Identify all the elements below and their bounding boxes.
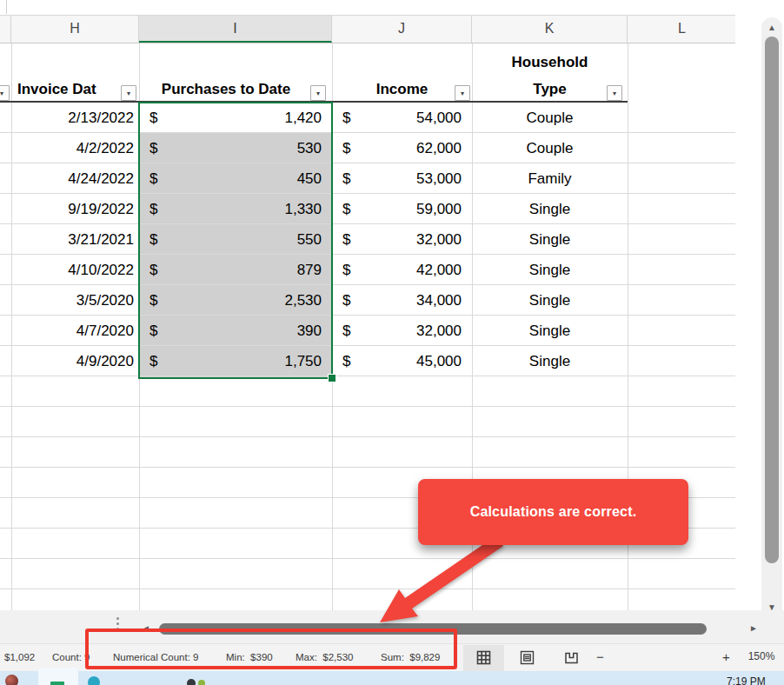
column-header-I-selected[interactable]: I [139,16,332,43]
filter-dropdown-icon-purchases[interactable]: ▾ [310,85,326,101]
cell-income[interactable]: $34,000 [332,285,472,316]
header-income[interactable]: Income [332,43,472,103]
header-invoice-date[interactable]: Invoice Dat [11,43,139,103]
table-row: 4/10/2022 $879 $42,000 Single [0,255,735,285]
cell-purchases[interactable]: $450 [139,163,332,194]
cell-invoice-date[interactable]: 4/24/2022 [11,163,139,194]
taskbar-clock[interactable]: 7:19 PM [727,675,766,685]
cell-household[interactable]: Single [472,316,628,346]
cell-income[interactable]: $59,000 [332,194,472,224]
cell-purchases[interactable]: $530 [139,133,332,163]
cell-household[interactable]: Couple [472,133,628,163]
filter-dropdown-icon-household[interactable]: ▾ [607,85,622,101]
cell-invoice-date[interactable]: 4/7/2020 [11,316,139,346]
cell-purchases[interactable]: $879 [139,255,332,285]
table-row: 3/21/2021 $550 $32,000 Single [0,224,735,255]
column-header-K[interactable]: K [472,16,628,43]
page-break-view-icon[interactable] [564,650,579,665]
header-household-type[interactable]: Household Type [472,43,628,103]
cell-invoice-date[interactable]: 4/9/2020 [11,346,139,376]
scroll-left-icon[interactable]: ◄ [142,624,150,633]
table-row: 4/9/2020 $1,750 $45,000 Single [0,346,735,376]
page-layout-view-icon[interactable] [520,650,535,665]
windows-taskbar [0,671,784,685]
cell-income[interactable]: $54,000 [332,103,472,133]
scroll-right-icon[interactable]: ► [749,624,758,633]
status-average-value: $1,092 [4,644,35,672]
cell-income[interactable]: $32,000 [332,224,472,255]
filter-dropdown-icon-income[interactable]: ▾ [455,85,470,101]
status-numerical-count: Numerical Count: 9 [113,644,198,672]
zoom-out-button[interactable]: − [596,644,604,672]
excel-spreadsheet-screen: H I J K L Invoice Dat Purchases to Date … [0,0,784,685]
taskbar-app-icon[interactable] [88,676,100,685]
cell-household[interactable]: Single [472,224,628,255]
cell-income[interactable]: $62,000 [332,133,472,163]
table-row: 9/19/2022 $1,330 $59,000 Single [0,194,735,224]
taskbar-app-icon[interactable] [187,679,196,685]
cell-household[interactable]: Family [472,163,628,194]
zoom-level-button[interactable]: 150% [742,643,781,671]
cell-purchases[interactable]: $550 [139,224,332,255]
cell-income[interactable]: $42,000 [332,255,472,285]
pane-divider [6,0,7,14]
cell-household[interactable]: Couple [472,103,628,133]
cell-household[interactable]: Single [472,194,628,224]
table-row: 3/5/2020 $2,530 $34,000 Single [0,285,735,316]
table-body: 2/13/2022 $1,420 $54,000 Couple 4/2/2022… [0,103,735,376]
taskbar-browser-icon[interactable] [5,675,18,685]
status-sum: Sum: $9,829 [381,644,440,672]
column-header-L[interactable]: L [628,16,736,43]
status-bar: $1,092 Count: 9 Numerical Count: 9 Min: … [0,643,784,671]
cell-invoice-date[interactable]: 2/13/2022 [11,103,139,133]
cell-household[interactable]: Single [472,255,628,285]
scroll-up-icon[interactable]: ▲ [767,23,776,32]
table-row: 2/13/2022 $1,420 $54,000 Couple [0,103,735,133]
cell-household[interactable]: Single [472,346,628,376]
splitter-handle-icon[interactable] [116,617,119,630]
filter-dropdown-icon-invoice-date[interactable]: ▾ [121,85,136,101]
cell-household[interactable]: Single [472,285,628,316]
cell-invoice-date[interactable]: 3/21/2021 [11,224,139,255]
callout-text: Calculations are correct. [470,504,637,520]
table-row: 4/24/2022 $450 $53,000 Family [0,163,735,194]
column-header-H[interactable]: H [11,16,139,43]
status-min: Min: $390 [226,644,273,672]
cell-purchases[interactable]: $1,330 [139,194,332,224]
cell-purchases[interactable]: $390 [139,316,332,346]
filter-dropdown-icon[interactable]: ▾ [0,85,10,101]
cell-purchases[interactable]: $1,750 [139,346,332,376]
annotation-callout: Calculations are correct. [418,479,688,545]
fill-handle[interactable] [328,374,336,382]
cell-invoice-date[interactable]: 4/10/2022 [11,255,139,285]
status-max: Max: $2,530 [296,644,353,672]
cell-purchases-active[interactable]: $1,420 [139,103,332,133]
taskbar-app-icon[interactable] [198,680,205,685]
formula-bar-edge [0,0,784,15]
table-row: 4/7/2020 $390 $32,000 Single [0,316,735,346]
cell-purchases[interactable]: $2,530 [139,285,332,316]
column-header-J[interactable]: J [332,16,472,43]
cell-invoice-date[interactable]: 9/19/2022 [11,194,139,224]
vertical-scrollbar-thumb[interactable] [765,37,779,563]
cell-invoice-date[interactable]: 4/2/2022 [11,133,139,163]
table-row: 4/2/2022 $530 $62,000 Couple [0,133,735,163]
zoom-in-button[interactable]: + [722,644,730,672]
taskbar-excel-icon[interactable] [50,682,64,685]
column-header-band: H I J K L [0,15,736,43]
header-purchases-to-date[interactable]: Purchases to Date [139,43,313,103]
cell-income[interactable]: $32,000 [332,316,472,346]
normal-view-icon[interactable] [476,650,491,665]
cell-invoice-date[interactable]: 3/5/2020 [11,285,139,316]
horizontal-scrollbar-thumb[interactable] [159,623,707,635]
cell-income[interactable]: $53,000 [332,163,472,194]
cell-income[interactable]: $45,000 [332,346,472,376]
column-header-partial[interactable] [0,16,11,43]
